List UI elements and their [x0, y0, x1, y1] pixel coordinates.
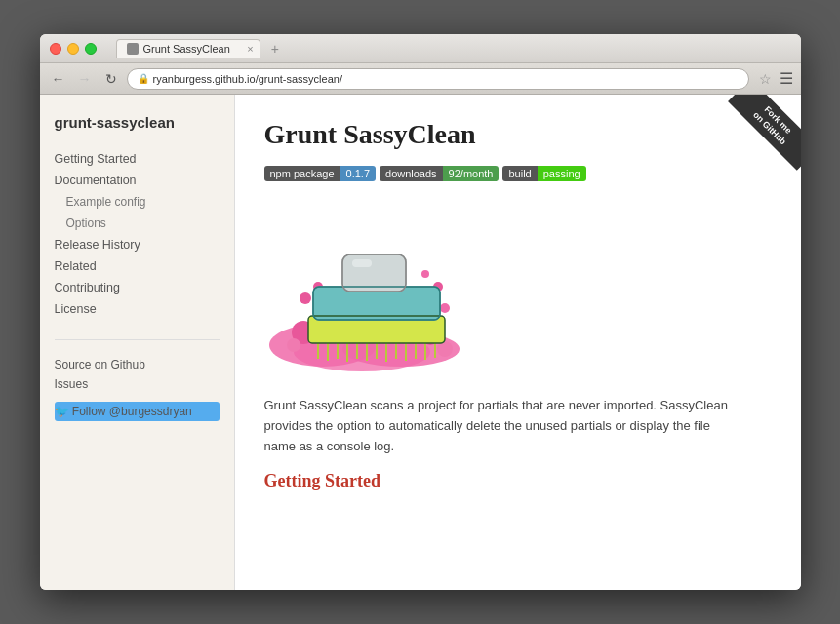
sidebar: grunt-sassyclean Getting Started Documen…: [40, 95, 235, 590]
tab-favicon: [127, 43, 139, 55]
reload-button[interactable]: ↻: [100, 68, 122, 90]
sidebar-item-related[interactable]: Related: [55, 255, 220, 277]
tab-title: Grunt SassyClean: [143, 43, 230, 55]
twitter-label: Follow @burgessdryan: [72, 405, 192, 418]
license-link[interactable]: License: [55, 298, 220, 320]
svg-point-9: [421, 270, 429, 278]
build-badge-value: passing: [538, 166, 586, 181]
menu-icon[interactable]: ☰: [780, 69, 793, 88]
tab-close-icon[interactable]: ×: [247, 43, 253, 55]
nav-bar: ← → ↻ 🔒 ryanburgess.github.io/grunt-sass…: [40, 63, 801, 95]
scrub-illustration: [264, 201, 772, 376]
sidebar-nav: Getting Started Documentation Example co…: [55, 148, 220, 320]
npm-badge-label: npm package: [264, 166, 340, 181]
getting-started-link[interactable]: Getting Started: [55, 148, 220, 170]
back-button[interactable]: ←: [48, 68, 69, 90]
page-title: Grunt SassyClean: [264, 119, 772, 150]
tab-bar: Grunt SassyClean × +: [116, 39, 791, 58]
address-bar[interactable]: 🔒 ryanburgess.github.io/grunt-sassyclean…: [127, 68, 749, 90]
svg-rect-28: [352, 259, 372, 267]
sidebar-item-license[interactable]: License: [55, 298, 220, 320]
scrub-svg: [264, 201, 479, 376]
sidebar-item-example-config[interactable]: Example config: [55, 191, 220, 213]
minimize-button[interactable]: [67, 43, 79, 55]
downloads-badge-label: downloads: [380, 166, 443, 181]
sidebar-item-release-history[interactable]: Release History: [55, 234, 220, 255]
twitter-follow-button[interactable]: 🐦 Follow @burgessdryan: [55, 402, 220, 421]
example-config-link[interactable]: Example config: [55, 191, 220, 213]
sidebar-item-options[interactable]: Options: [55, 213, 220, 234]
active-tab[interactable]: Grunt SassyClean ×: [116, 39, 260, 58]
title-bar: Grunt SassyClean × +: [40, 34, 801, 63]
new-tab-button[interactable]: +: [265, 40, 285, 58]
twitter-icon: 🐦: [55, 405, 69, 418]
options-link[interactable]: Options: [55, 213, 220, 234]
url-text: ryanburgess.github.io/grunt-sassyclean/: [153, 73, 342, 85]
main-content: Fork meon GitHub Grunt SassyClean npm pa…: [235, 95, 801, 590]
svg-point-11: [440, 303, 450, 313]
forward-button[interactable]: →: [74, 68, 96, 90]
traffic-lights: [50, 43, 97, 55]
npm-badge-value: 0.1.7: [340, 166, 376, 181]
source-github-link[interactable]: Source on Github: [55, 355, 220, 374]
bookmark-icon[interactable]: ☆: [759, 71, 772, 87]
build-badge: build passing: [502, 166, 585, 181]
maximize-button[interactable]: [85, 43, 97, 55]
documentation-link[interactable]: Documentation: [55, 170, 220, 191]
contributing-link[interactable]: Contributing: [55, 277, 220, 298]
release-history-link[interactable]: Release History: [55, 234, 220, 255]
browser-window: Grunt SassyClean × + ← → ↻ 🔒 ryanburgess…: [40, 34, 801, 590]
badges-container: npm package 0.1.7 downloads 92/month bui…: [264, 166, 772, 181]
getting-started-heading: Getting Started: [264, 471, 772, 491]
svg-point-6: [287, 338, 300, 352]
build-badge-label: build: [502, 166, 537, 181]
content-area: grunt-sassyclean Getting Started Documen…: [40, 95, 801, 590]
sidebar-extra-links: Source on Github Issues 🐦 Follow @burges…: [55, 339, 220, 421]
issues-link[interactable]: Issues: [55, 374, 220, 394]
sidebar-item-documentation[interactable]: Documentation: [55, 170, 220, 191]
close-button[interactable]: [50, 43, 61, 55]
sidebar-item-getting-started[interactable]: Getting Started: [55, 148, 220, 170]
sidebar-item-contributing[interactable]: Contributing: [55, 277, 220, 298]
sidebar-site-title: grunt-sassyclean: [55, 114, 220, 131]
lock-icon: 🔒: [138, 73, 149, 84]
downloads-badge: downloads 92/month: [380, 166, 499, 181]
svg-point-7: [300, 292, 311, 304]
npm-badge: npm package 0.1.7: [264, 166, 377, 181]
page-description: Grunt SassyClean scans a project for par…: [264, 396, 733, 456]
downloads-badge-value: 92/month: [443, 166, 500, 181]
related-link[interactable]: Related: [55, 255, 220, 277]
